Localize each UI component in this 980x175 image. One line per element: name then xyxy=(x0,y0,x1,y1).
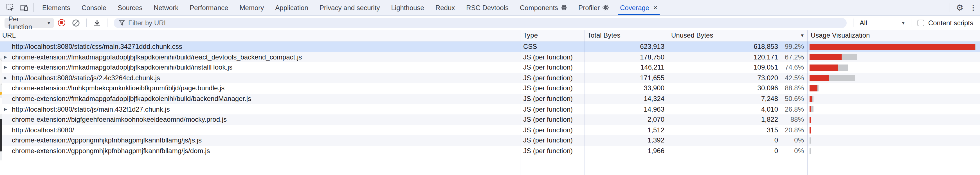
unused-bar-segment xyxy=(810,65,838,71)
usage-bar xyxy=(810,85,819,91)
table-row[interactable]: chrome-extension://lmhkpmbekcpmknklioeib… xyxy=(0,83,980,94)
row-total-bytes: 171,655 xyxy=(584,73,668,83)
tab-lighthouse[interactable]: Lighthouse xyxy=(386,0,430,15)
tab-elements[interactable]: Elements xyxy=(37,0,76,15)
tab-sources[interactable]: Sources xyxy=(112,0,148,15)
column-header-type[interactable]: Type xyxy=(520,30,584,41)
type-filter-value: All xyxy=(860,19,867,27)
row-unused-percent: 88% xyxy=(778,114,804,125)
used-bar-segment xyxy=(812,96,813,102)
device-toolbar-icon[interactable] xyxy=(17,1,30,14)
row-unused-bytes: 7,248 xyxy=(668,94,778,104)
row-total-bytes: 623,913 xyxy=(584,41,668,52)
devtools-tab-bar: ElementsConsoleSourcesNetworkPerformance… xyxy=(0,0,980,16)
devtools-window: ElementsConsoleSourcesNetworkPerformance… xyxy=(0,0,980,175)
row-unused-bytes: 618,853 xyxy=(668,41,778,52)
unused-bar-segment xyxy=(810,54,842,60)
panel-tabs: ElementsConsoleSourcesNetworkPerformance… xyxy=(37,0,663,15)
tab-performance[interactable]: Performance xyxy=(184,0,234,15)
chevron-down-icon: ▾ xyxy=(902,20,905,25)
table-header: URL Type Total Bytes Unused Bytes ▼ Usag… xyxy=(0,30,980,41)
expand-row-icon[interactable]: ▶ xyxy=(4,104,7,114)
column-header-total-bytes[interactable]: Total Bytes xyxy=(584,30,668,41)
row-total-bytes: 1,392 xyxy=(584,136,668,146)
tab-profiler[interactable]: Profiler xyxy=(573,0,614,15)
usage-bar xyxy=(810,148,811,154)
settings-gear-icon[interactable]: ⚙ xyxy=(953,1,967,14)
row-url: chrome-extension://bigfgeehfoenaimkoohno… xyxy=(12,115,227,123)
tab-label: Application xyxy=(275,4,308,11)
content-scripts-checkbox[interactable]: Content scripts xyxy=(918,19,973,27)
table-row[interactable]: ▶http://localhost:8080/static/js/2.4c326… xyxy=(0,73,980,83)
tab-console[interactable]: Console xyxy=(76,0,112,15)
row-type: JS (per function) xyxy=(520,94,584,104)
row-type: JS (per function) xyxy=(520,52,584,62)
table-row[interactable]: chrome-extension://bigfgeehfoenaimkoohno… xyxy=(0,114,980,125)
inspect-element-icon[interactable] xyxy=(3,1,17,14)
row-unused-bytes: 120,171 xyxy=(668,52,778,62)
table-row[interactable]: chrome-extension://fmkadmapgofadopljbjfk… xyxy=(0,94,980,104)
expand-row-icon[interactable]: ▶ xyxy=(4,73,7,83)
stop-instrumenting-button[interactable] xyxy=(55,17,67,29)
row-unused-percent: 74.6% xyxy=(778,62,804,73)
table-row[interactable]: ▶chrome-extension://fmkadmapgofadopljbjf… xyxy=(0,52,980,62)
coverage-mode-select[interactable]: Per function ▾ xyxy=(5,18,54,28)
tab-privacy-and-security[interactable]: Privacy and security xyxy=(314,0,386,15)
tab-label: Profiler xyxy=(578,4,600,11)
row-unused-percent: 20.8% xyxy=(778,125,804,136)
tab-redux[interactable]: Redux xyxy=(430,0,460,15)
table-row[interactable]: http://localhost:8080/static/css/main.34… xyxy=(0,41,980,52)
column-header-unused-bytes[interactable]: Unused Bytes ▼ xyxy=(668,30,807,41)
tab-components[interactable]: Components xyxy=(514,0,573,15)
used-bar-segment xyxy=(842,54,858,60)
tab-rsc-devtools[interactable]: RSC Devtools xyxy=(460,0,514,15)
row-url: http://localhost:8080/static/js/main.432… xyxy=(12,105,170,113)
row-unused-percent: 0% xyxy=(778,136,804,146)
row-unused-bytes: 315 xyxy=(668,125,778,136)
column-header-usage-visualization[interactable]: Usage Visualization xyxy=(807,30,980,41)
kebab-menu-icon[interactable]: ⋮ xyxy=(967,1,980,14)
usage-bar xyxy=(810,117,811,123)
type-filter-select[interactable]: All ▾ xyxy=(856,19,908,27)
table-row[interactable]: chrome-extension://gppongmhjkpfnbhagpmjf… xyxy=(0,146,980,156)
row-type: JS (per function) xyxy=(520,73,584,83)
expand-row-icon[interactable]: ▶ xyxy=(4,52,7,62)
tab-memory[interactable]: Memory xyxy=(234,0,270,15)
row-url: chrome-extension://gppongmhjkpfnbhagpmjf… xyxy=(12,137,202,144)
row-unused-percent: 99.2% xyxy=(778,41,804,52)
export-download-button[interactable] xyxy=(91,17,103,29)
row-unused-bytes: 30,096 xyxy=(668,83,778,94)
clear-all-button[interactable] xyxy=(70,17,82,29)
divider xyxy=(86,19,87,27)
table-row[interactable]: ▶http://localhost:8080/static/js/main.43… xyxy=(0,104,980,114)
coverage-table: URL Type Total Bytes Unused Bytes ▼ Usag… xyxy=(0,30,980,175)
unused-bar-segment xyxy=(810,85,818,91)
tab-application[interactable]: Application xyxy=(269,0,313,15)
usage-bar xyxy=(810,44,976,50)
filter-by-url-input[interactable]: Filter by URL xyxy=(114,18,847,28)
usage-bar xyxy=(810,65,848,71)
tab-label: Memory xyxy=(240,4,264,11)
used-bar-segment xyxy=(810,137,811,143)
usage-bar xyxy=(810,137,811,143)
table-row[interactable]: http://localhost:8080/JS (per function)1… xyxy=(0,125,980,136)
expand-row-icon[interactable]: ▶ xyxy=(4,62,7,73)
block-clear-icon xyxy=(72,19,80,27)
tab-label: Network xyxy=(154,4,178,11)
row-unused-bytes: 0 xyxy=(668,146,778,156)
row-url: http://localhost:8080/static/js/2.4c3264… xyxy=(12,74,160,82)
used-bar-segment xyxy=(829,75,855,81)
active-tab-indicator xyxy=(618,14,660,15)
row-unused-percent: 26.8% xyxy=(778,104,804,114)
checkbox-box xyxy=(918,19,924,26)
column-header-url[interactable]: URL xyxy=(0,30,520,41)
tab-coverage[interactable]: Coverage× xyxy=(614,0,663,15)
table-row[interactable]: chrome-extension://gppongmhjkpfnbhagpmjf… xyxy=(0,136,980,146)
close-tab-icon[interactable]: × xyxy=(653,4,657,11)
tab-network[interactable]: Network xyxy=(148,0,184,15)
row-url: chrome-extension://fmkadmapgofadopljbjfk… xyxy=(12,63,232,71)
tab-label: Coverage xyxy=(620,4,649,11)
used-bar-segment xyxy=(811,106,813,112)
table-row[interactable]: ▶chrome-extension://fmkadmapgofadopljbjf… xyxy=(0,62,980,73)
funnel-filter-icon xyxy=(119,20,125,26)
